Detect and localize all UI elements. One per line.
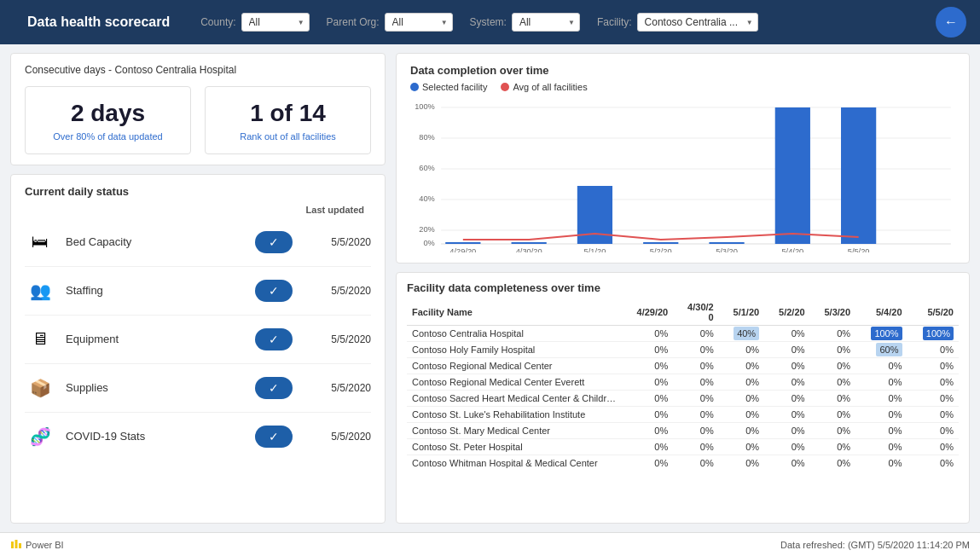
data-cell: 0% [621,358,673,374]
county-label: County: [200,16,235,28]
data-cell: 0% [810,326,855,342]
data-cell: 0% [908,342,959,358]
rank-sub[interactable]: Rank out of all facilities [219,131,357,142]
facility-name-cell: Contoso St. Luke's Rehabilitation Instit… [407,407,621,423]
svg-rect-20 [15,540,18,548]
status-date: 5/5/2020 [303,382,371,394]
data-cell: 100% [855,326,907,342]
facility-name-cell: Contoso St. Peter Hospital [407,439,621,455]
data-cell: 0% [764,391,809,407]
highlight-cell: 100% [923,327,954,340]
data-cell: 0% [621,391,673,407]
data-cell: 0% [908,391,959,407]
legend-avg-facilities: Avg of all facilities [501,82,587,92]
data-cell: 0% [908,439,959,455]
data-cell: 0% [764,342,809,358]
table-row: Contoso Sacred Heart Medical Center & Ch… [407,391,959,407]
table-row: Contoso Whitman Hospital & Medical Cente… [407,455,959,471]
col-header: Facility Name [407,299,621,326]
bar-1 [512,242,547,244]
data-cell: 0% [621,439,673,455]
footer: Power BI Data refreshed: (GMT) 5/5/2020 … [0,532,980,556]
table-scroll-container[interactable]: Facility Name4/29/204/30/205/1/205/2/205… [407,299,959,470]
data-cell: 0% [810,391,855,407]
system-select-wrapper[interactable]: All [512,13,580,32]
facility-data-table: Facility Name4/29/204/30/205/1/205/2/205… [407,299,959,470]
status-row: 📦 Supplies ✓ 5/5/2020 [25,364,371,413]
data-cell: 0% [719,455,764,471]
data-cell: 0% [908,423,959,439]
facility-select[interactable]: Contoso Centralia ... [637,13,758,32]
status-icon-equipment: 🖥 [25,324,55,355]
svg-text:80%: 80% [419,133,435,142]
system-select[interactable]: All [512,13,580,32]
data-cell: 0% [673,423,718,439]
status-name: COVID-19 Stats [66,430,245,443]
svg-text:60%: 60% [419,164,435,172]
facility-name-cell: Contoso Sacred Heart Medical Center & Ch… [407,391,621,407]
data-cell: 0% [810,358,855,374]
bar-4 [709,242,744,244]
data-cell: 0% [673,326,718,342]
facility-name-cell: Contoso Holy Family Hospital [407,342,621,358]
days-value: 2 days [39,99,177,128]
data-cell: 0% [855,358,907,374]
bar-5 [775,107,810,244]
stats-row: 2 days Over 80% of data updated 1 of 14 … [25,86,371,154]
status-icon-staffing: 👥 [25,275,55,306]
data-cell: 0% [764,439,809,455]
parent-org-label: Parent Org: [327,16,380,28]
county-select-wrapper[interactable]: All [241,13,310,32]
col-header: 5/1/20 [719,299,764,326]
data-cell: 0% [621,455,673,471]
check-badge: ✓ [255,377,293,399]
data-cell: 0% [810,439,855,455]
facility-name-cell: Contoso Whitman Hospital & Medical Cente… [407,455,621,471]
chart-svg: 100% 80% 60% 40% 20% 0% [410,99,955,252]
system-label: System: [470,16,507,28]
days-stat-box: 2 days Over 80% of data updated [25,86,191,154]
svg-text:100%: 100% [415,102,435,111]
svg-text:4/29/20: 4/29/20 [449,247,476,252]
app-title: Data health scorecard [14,8,183,37]
data-cell: 0% [719,342,764,358]
data-cell: 0% [855,407,907,423]
status-name: Equipment [66,333,245,345]
table-row: Contoso St. Mary Medical Center0%0%0%0%0… [407,423,959,439]
data-cell: 0% [719,423,764,439]
col-header: 4/29/20 [621,299,673,326]
status-name: Supplies [66,381,245,394]
status-icon-covid-19-stats: 🧬 [25,421,55,452]
bar-6 [841,107,876,244]
svg-text:40%: 40% [419,194,435,203]
status-name: Bed Capacity [66,235,245,248]
data-cell: 0% [621,423,673,439]
col-header: 5/5/20 [908,299,959,326]
svg-text:5/4/20: 5/4/20 [781,247,803,252]
parent-org-select-wrapper[interactable]: All [385,13,453,32]
data-cell: 0% [764,423,809,439]
check-badge: ✓ [255,426,293,448]
status-name: Staffing [66,284,245,297]
data-cell: 0% [673,407,718,423]
highlight-cell: 60% [876,343,902,356]
status-date: 5/5/2020 [303,236,371,248]
data-cell: 0% [908,455,959,471]
county-select[interactable]: All [241,13,310,32]
data-cell: 0% [855,439,907,455]
data-cell: 0% [621,342,673,358]
back-button[interactable]: ← [936,7,966,38]
data-cell: 0% [673,358,718,374]
data-cell: 0% [719,407,764,423]
data-cell: 0% [673,455,718,471]
days-sub[interactable]: Over 80% of data updated [39,131,177,142]
chart-card: Data completion over time Selected facil… [396,53,970,264]
data-cell: 0% [810,423,855,439]
data-cell: 0% [719,391,764,407]
right-panel: Data completion over time Selected facil… [396,53,970,524]
parent-org-select[interactable]: All [385,13,453,32]
data-cell: 60% [855,342,907,358]
table-header: Facility Name4/29/204/30/205/1/205/2/205… [407,299,959,326]
last-updated-label: Last updated [306,205,364,215]
facility-select-wrapper[interactable]: Contoso Centralia ... [637,13,758,32]
